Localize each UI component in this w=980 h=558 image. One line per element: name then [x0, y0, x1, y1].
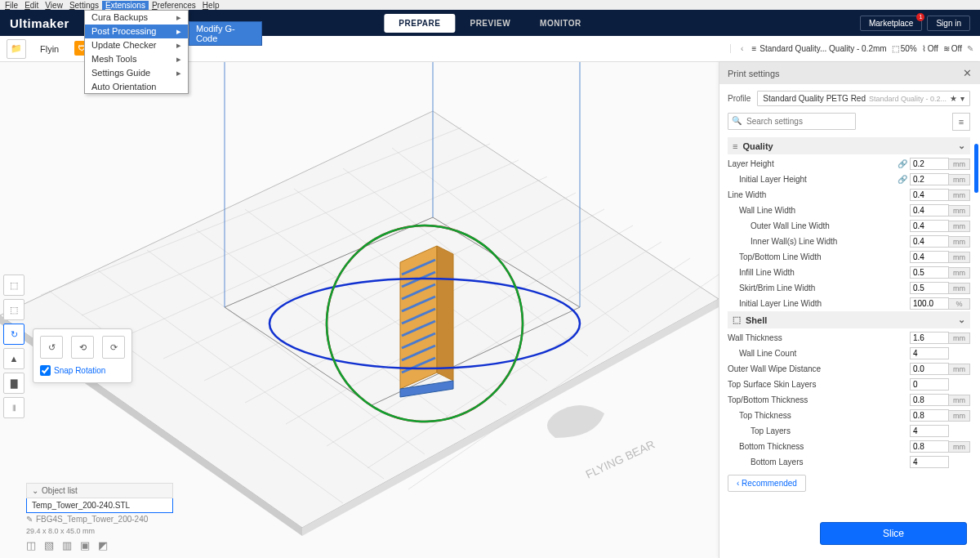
tab-preview[interactable]: PREVIEW [455, 14, 525, 33]
rotate-preset-0[interactable]: ↺ [40, 336, 63, 359]
profile-selector[interactable]: Standard Quality PETG Red Standard Quali… [757, 91, 970, 106]
view-mode-icons: ◫ ▧ ▥ ▣ ◩ [26, 539, 108, 551]
stage-tabs[interactable]: PREPAREPREVIEWMONITOR [384, 14, 595, 33]
view-front-icon[interactable]: ▣ [80, 539, 90, 551]
rotate-preset-2[interactable]: ⟳ [102, 336, 125, 359]
setting-top-thickness: Top Thicknessmm [728, 408, 970, 423]
extensions-menu[interactable]: Cura Backups▸Post Processing▸Update Chec… [84, 10, 189, 94]
menu-item-auto-orientation[interactable]: Auto Orientation [85, 80, 188, 93]
link-icon[interactable]: 🔗 [898, 159, 907, 168]
hamburger-icon[interactable]: ≡ [952, 113, 970, 131]
quality-summary[interactable]: ≡ Standard Quality... Quality - 0.2mm [751, 44, 886, 53]
lines-icon: ≡ [751, 44, 756, 53]
menu-item-post-processing[interactable]: Post Processing▸ [85, 25, 188, 38]
setting-input[interactable] [910, 189, 949, 201]
tool-support[interactable]: ⦀ [3, 397, 24, 418]
tab-monitor[interactable]: MONITOR [525, 14, 596, 33]
submenu-item-modify-g-code[interactable]: Modify G-Code [189, 22, 261, 45]
menu-extensions[interactable]: Extensions [102, 1, 149, 10]
setting-input[interactable] [910, 363, 949, 375]
snap-rotation-checkbox[interactable]: Snap Rotation [40, 365, 125, 376]
star-icon[interactable]: ★ [950, 94, 957, 103]
model-object [400, 246, 453, 397]
chevron-left-icon[interactable]: ‹ [737, 44, 746, 53]
rotate-preset-icons: ↺⟲⟳ [40, 336, 125, 359]
chevron-down-icon[interactable]: ▾ [960, 94, 964, 103]
setting-input[interactable] [910, 378, 949, 391]
menu-item-settings-guide[interactable]: Settings Guide▸ [85, 66, 188, 80]
object-list-item[interactable]: ✎ FBG4S_Temp_Tower_200-240 [26, 515, 173, 524]
setting-input[interactable] [910, 282, 949, 294]
os-menubar[interactable]: FileEditViewSettingsExtensionsPreference… [0, 0, 980, 10]
link-icon[interactable]: 🔗 [898, 175, 907, 184]
tab-prepare[interactable]: PREPARE [384, 14, 455, 33]
header-right: Marketplace 1 Sign in [860, 16, 970, 31]
setting-input[interactable] [910, 235, 949, 248]
tool-mirror[interactable]: ▲ [3, 348, 24, 369]
menu-settings[interactable]: Settings [66, 1, 102, 10]
menu-help[interactable]: Help [199, 1, 223, 10]
extensions-submenu[interactable]: Modify G-Code [189, 21, 262, 46]
slice-button[interactable]: Slice [820, 522, 967, 545]
signin-button[interactable]: Sign in [927, 16, 970, 31]
tool-rotate[interactable]: ↻ [3, 324, 24, 345]
menu-view[interactable]: View [42, 1, 66, 10]
setting-outer-wall-line-width: Outer Wall Line Widthmm [728, 218, 970, 234]
setting-input[interactable] [910, 409, 949, 422]
edit-icon[interactable]: ✎ [967, 44, 973, 53]
setting-line-width: Line Widthmm [728, 187, 970, 203]
search-input[interactable] [728, 113, 856, 130]
open-file-name: Flyin [33, 41, 66, 57]
menu-preferences[interactable]: Preferences [149, 1, 199, 10]
view-layers-icon[interactable]: ▥ [62, 539, 72, 551]
support-summary[interactable]: ⌇ Off [922, 44, 938, 53]
setting-input[interactable] [910, 158, 949, 170]
menu-item-mesh-tools[interactable]: Mesh Tools▸ [85, 52, 188, 66]
section-shell[interactable]: ⬚Shell⌄ [728, 311, 970, 328]
open-file-button[interactable]: 📁 [7, 39, 26, 59]
view-solid-icon[interactable]: ◫ [26, 539, 36, 551]
setting-input[interactable] [910, 204, 949, 217]
rotate-preset-1[interactable]: ⟲ [71, 336, 94, 359]
setting-outer-wall-wipe-distance: Outer Wall Wipe Distancemm [728, 361, 970, 377]
infill-summary[interactable]: ⬚ 50% [892, 44, 917, 53]
setting-input[interactable] [910, 297, 949, 310]
setting-input[interactable] [910, 456, 949, 468]
setting-layer-height: Layer Height🔗mm [728, 156, 970, 172]
menu-edit[interactable]: Edit [21, 1, 42, 10]
setting-initial-layer-height: Initial Layer Height🔗mm [728, 172, 970, 187]
view-iso-icon[interactable]: ◩ [98, 539, 108, 551]
setting-top-bottom-line-width: Top/Bottom Line Widthmm [728, 249, 970, 265]
object-list-item[interactable]: Temp_Tower_200-240.STL [26, 498, 173, 513]
menu-item-update-checker[interactable]: Update Checker▸ [85, 38, 188, 52]
setting-input[interactable] [910, 394, 949, 406]
tool-move[interactable]: ⬚ [3, 275, 24, 296]
marketplace-badge: 1 [916, 13, 924, 21]
rotate-panel: ↺⟲⟳ Snap Rotation [33, 328, 132, 383]
view-xray-icon[interactable]: ▧ [44, 539, 54, 551]
scrollbar-thumb[interactable] [974, 144, 978, 193]
setting-input[interactable] [910, 440, 949, 453]
setting-input[interactable] [910, 251, 949, 263]
tool-scale[interactable]: ⬚ [3, 299, 24, 320]
tool-mesh[interactable]: ▇ [3, 373, 24, 394]
setting-input[interactable] [910, 220, 949, 232]
toolbar-right: ‹ ≡ Standard Quality... Quality - 0.2mm … [730, 44, 973, 53]
setting-input[interactable] [910, 332, 949, 344]
plate-logo-text: FLYING BEAR [584, 438, 657, 481]
setting-input[interactable] [910, 173, 949, 185]
object-list: ⌄Object list Temp_Tower_200-240.STL ✎ FB… [26, 483, 173, 535]
adhesion-summary[interactable]: ≋ Off [943, 44, 962, 53]
setting-input[interactable] [910, 347, 949, 359]
profile-row: Profile Standard Quality PETG Red Standa… [728, 91, 970, 106]
section-quality[interactable]: ≡Quality⌄ [728, 137, 970, 154]
marketplace-button[interactable]: Marketplace 1 [860, 16, 922, 31]
menu-file[interactable]: File [2, 1, 21, 10]
recommended-button[interactable]: Recommended [728, 475, 806, 492]
object-list-header[interactable]: ⌄Object list [26, 483, 173, 498]
setting-input[interactable] [910, 425, 949, 437]
setting-bottom-layers: Bottom Layersmm [728, 454, 970, 470]
setting-input[interactable] [910, 266, 949, 279]
menu-item-cura-backups[interactable]: Cura Backups▸ [85, 11, 188, 25]
close-icon[interactable]: ✕ [963, 67, 972, 79]
